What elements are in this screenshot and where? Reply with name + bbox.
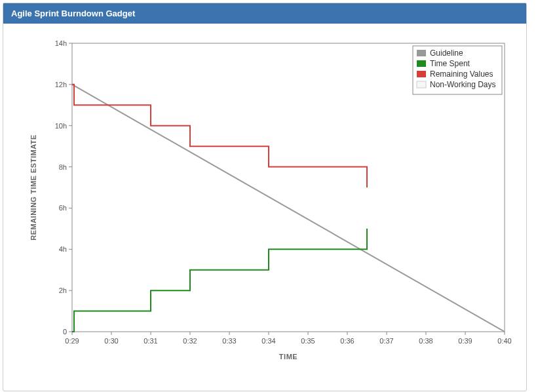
x-tick-label: 0:36: [340, 337, 354, 345]
y-tick-label: 10h: [55, 122, 67, 130]
series-time-spent: [72, 229, 367, 332]
legend-label: Guideline: [430, 49, 463, 58]
y-tick-label: 8h: [59, 163, 67, 171]
x-tick-label: 0:39: [458, 337, 472, 345]
widget-header: Agile Sprint Burndown Gadget: [3, 3, 526, 24]
burndown-chart: 02h4h6h8h10h12h14h0:290:300:310:320:330:…: [16, 37, 514, 371]
x-tick-label: 0:30: [104, 337, 118, 345]
x-tick-label: 0:40: [497, 337, 511, 345]
legend-swatch: [417, 81, 426, 88]
legend-swatch: [417, 50, 426, 56]
legend-swatch: [417, 71, 426, 77]
x-tick-label: 0:32: [183, 337, 197, 345]
x-tick-label: 0:38: [419, 337, 432, 345]
x-tick-label: 0:37: [379, 337, 393, 345]
widget-title: Agile Sprint Burndown Gadget: [11, 9, 135, 18]
legend-swatch: [417, 60, 426, 67]
y-tick-label: 6h: [59, 204, 67, 212]
y-tick-label: 2h: [59, 286, 67, 294]
x-tick-label: 0:31: [144, 337, 157, 345]
series-guideline: [72, 85, 505, 332]
series-remaining-values: [72, 85, 367, 187]
x-tick-label: 0:34: [261, 337, 275, 345]
burndown-widget: Agile Sprint Burndown Gadget 02h4h6h8h10…: [3, 3, 527, 391]
legend-label: Remaining Values: [430, 69, 493, 79]
x-tick-label: 0:29: [65, 337, 79, 345]
y-axis-label: REMAINING TIME ESTIMATE: [29, 134, 37, 241]
x-tick-label: 0:33: [222, 337, 236, 345]
y-tick-label: 4h: [59, 245, 67, 253]
y-tick-label: 12h: [55, 81, 67, 88]
x-tick-label: 0:35: [301, 337, 315, 345]
x-axis-label: TIME: [279, 353, 298, 361]
y-tick-label: 0: [63, 328, 67, 336]
widget-body: 02h4h6h8h10h12h14h0:290:300:310:320:330:…: [3, 24, 526, 391]
legend-label: Time Spent: [430, 59, 471, 68]
y-tick-label: 14h: [55, 39, 67, 47]
legend-label: Non-Working Days: [430, 80, 495, 89]
